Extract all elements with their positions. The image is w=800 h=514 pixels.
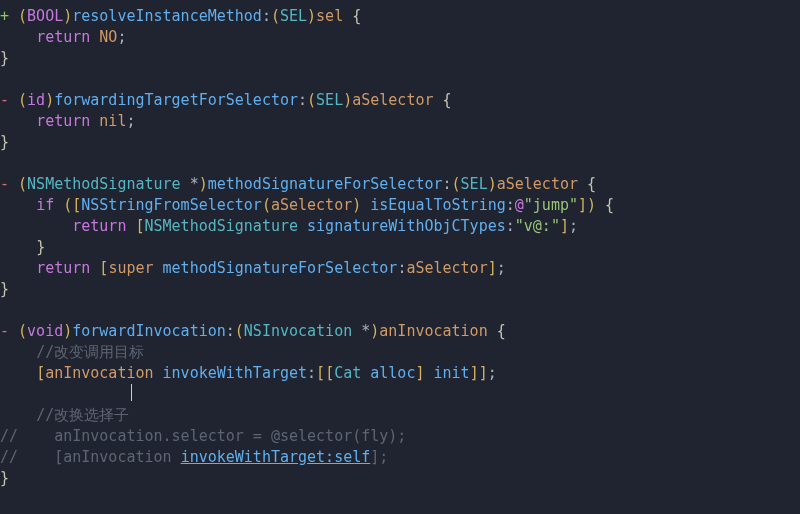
keyword-return: return: [36, 112, 90, 130]
bracket-close: ]: [470, 364, 479, 382]
brace-open: {: [587, 175, 596, 193]
colon: :: [298, 91, 307, 109]
comment-change-selector: //改换选择子: [36, 406, 129, 424]
paren-close: ): [63, 322, 72, 340]
space: [424, 364, 433, 382]
paren-open: (: [307, 91, 316, 109]
keyword-return: return: [72, 217, 126, 235]
type-sel: SEL: [280, 7, 307, 25]
brace-close: }: [36, 238, 45, 256]
paren-open: (: [262, 196, 271, 214]
keyword-return: return: [36, 28, 90, 46]
bracket-close: ]: [479, 364, 488, 382]
code-editor[interactable]: + (BOOL)resolveInstanceMethod:(SEL)sel {…: [0, 0, 800, 489]
type-bool: BOOL: [27, 7, 63, 25]
bracket-open: [: [316, 364, 325, 382]
brace-open: {: [605, 196, 614, 214]
space: [154, 364, 163, 382]
colon: :: [506, 217, 515, 235]
func-nsstringfromselector: NSStringFromSelector: [81, 196, 262, 214]
brace-open: {: [352, 7, 361, 25]
gutter-del: -: [0, 91, 18, 109]
colon: :: [443, 175, 452, 193]
indent: [0, 217, 72, 235]
brace-close: }: [0, 133, 9, 151]
selector-methodsigforselector: methodSignatureForSelector: [163, 259, 398, 277]
selector-invokewithtarget: invokeWithTarget: [163, 364, 308, 382]
type-void: void: [27, 322, 63, 340]
param-aselector: aSelector: [497, 175, 578, 193]
colon: :: [307, 364, 316, 382]
brace-open: {: [443, 91, 452, 109]
gutter-comment: //: [0, 427, 18, 445]
selector-sigwithtypes: signatureWithObjCTypes: [307, 217, 506, 235]
indent: [0, 196, 36, 214]
paren-open: (: [452, 175, 461, 193]
param-aselector: aSelector: [352, 91, 433, 109]
type-cat: Cat: [334, 364, 361, 382]
indent: [0, 406, 36, 424]
selector-invokewithtarget-self: invokeWithTarget:self: [181, 448, 371, 466]
semi: ;: [126, 112, 135, 130]
space: [54, 196, 63, 214]
paren-close: ): [45, 91, 54, 109]
brace-close: }: [0, 469, 9, 487]
commented-code: [anInvocation: [18, 448, 181, 466]
indent: [0, 343, 36, 361]
commented-code: anInvocation.selector = @selector(fly);: [18, 427, 406, 445]
paren-close: ): [343, 91, 352, 109]
indent: [0, 238, 36, 256]
paren-open: (: [271, 7, 280, 25]
gutter-comment: //: [0, 448, 18, 466]
indent: [0, 112, 36, 130]
space: [488, 322, 497, 340]
gutter-del: -: [0, 322, 18, 340]
space: [361, 364, 370, 382]
brace-close: }: [0, 280, 9, 298]
const-nil: nil: [99, 112, 126, 130]
const-no: NO: [99, 28, 117, 46]
paren-open: (: [18, 175, 27, 193]
semi: ;: [379, 448, 388, 466]
paren-close: ): [63, 7, 72, 25]
bracket-open: [: [325, 364, 334, 382]
paren-open: (: [63, 196, 72, 214]
bracket-close: ]: [370, 448, 379, 466]
text-cursor: [131, 384, 132, 401]
type-id: id: [27, 91, 45, 109]
type-sel: SEL: [316, 91, 343, 109]
bracket-close: ]: [560, 217, 569, 235]
selector-alloc: alloc: [370, 364, 415, 382]
space: [90, 112, 99, 130]
string-jump: "jump": [524, 196, 578, 214]
space: [596, 196, 605, 214]
space: [154, 259, 163, 277]
param-aselector: aSelector: [271, 196, 352, 214]
semi: ;: [569, 217, 578, 235]
colon: :: [506, 196, 515, 214]
paren-open: (: [18, 322, 27, 340]
bracket-close: ]: [578, 196, 587, 214]
keyword-super: super: [108, 259, 153, 277]
indent: [0, 28, 36, 46]
space: [298, 217, 307, 235]
star: *: [352, 322, 370, 340]
paren-open: (: [18, 7, 27, 25]
paren-open: (: [18, 91, 27, 109]
at-literal: @: [515, 196, 524, 214]
paren-close: ): [307, 7, 316, 25]
brace-close: }: [0, 49, 9, 67]
paren-close: ): [199, 175, 208, 193]
param-aninvocation: anInvocation: [379, 322, 487, 340]
selector-isequaltostring: isEqualToString: [370, 196, 505, 214]
keyword-if: if: [36, 196, 54, 214]
colon: :: [262, 7, 271, 25]
paren-close: ): [352, 196, 361, 214]
selector-init: init: [434, 364, 470, 382]
method-name: resolveInstanceMethod: [72, 7, 262, 25]
space: [434, 91, 443, 109]
type-nsmethodsig: NSMethodSignature: [27, 175, 181, 193]
space: [90, 28, 99, 46]
space: [90, 259, 99, 277]
semi: ;: [117, 28, 126, 46]
